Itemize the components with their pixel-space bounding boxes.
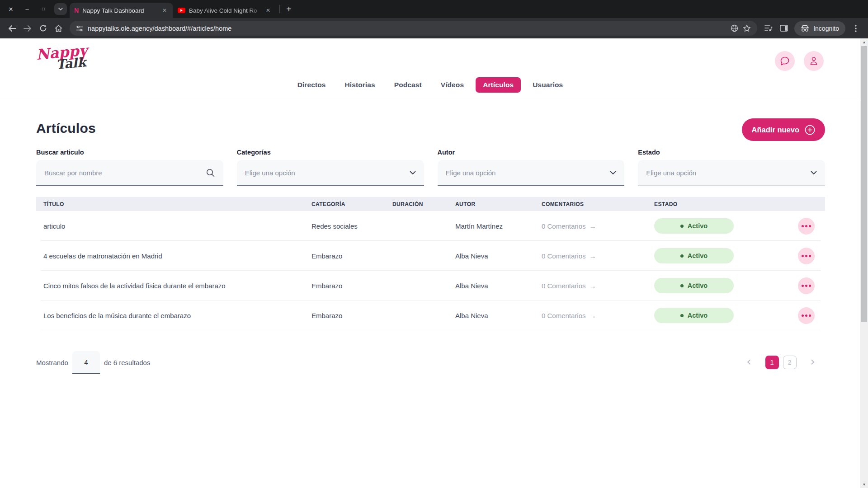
close-icon[interactable]: ✕ <box>264 6 272 14</box>
profile-button[interactable] <box>804 51 824 71</box>
logo-line2: Talk <box>56 55 87 72</box>
cell-categoria: Embarazo <box>304 312 385 319</box>
nav-item-directos[interactable]: Directos <box>290 77 333 93</box>
tab-nappy-talk-dashboard[interactable]: N Nappy Talk Dashboard ✕ <box>70 3 173 18</box>
search-field <box>36 160 223 186</box>
filter-autor: Autor Elige una opción <box>438 149 625 186</box>
status-badge: Activo <box>654 248 734 263</box>
next-page-button[interactable]: › <box>801 356 825 369</box>
home-button[interactable] <box>51 21 66 36</box>
results-label: de 6 resultados <box>104 359 151 366</box>
translate-icon[interactable] <box>731 24 738 32</box>
user-icon <box>809 56 819 66</box>
search-icon[interactable] <box>206 168 215 178</box>
bookmark-star-icon[interactable] <box>743 24 751 32</box>
filter-label: Estado <box>638 149 825 156</box>
row-menu-button[interactable] <box>798 248 815 264</box>
column-header-duracion: DURACIÓN <box>385 201 448 207</box>
column-header-autor: AUTOR <box>448 201 534 207</box>
reload-button[interactable] <box>35 21 51 36</box>
row-menu-button[interactable] <box>798 307 815 324</box>
per-page-selector[interactable]: 4 <box>72 351 100 374</box>
arrow-right-icon: → <box>590 252 596 260</box>
articles-table: TÍTULO CATEGORÍA DURACIÓN AUTOR COMENTAR… <box>36 197 825 330</box>
select-placeholder: Elige una opción <box>646 169 811 177</box>
comments-link[interactable]: 0 Comentarios → <box>534 312 647 319</box>
chevron-down-icon <box>410 171 416 175</box>
arrow-right-icon: → <box>590 282 596 290</box>
comments-link[interactable]: 0 Comentarios → <box>534 252 647 260</box>
search-input[interactable] <box>44 169 206 177</box>
cell-categoria: Redes sociales <box>304 222 385 230</box>
autor-select[interactable]: Elige una opción <box>438 160 625 186</box>
table-row: 4 escuelas de matronatación en Madrid Em… <box>36 241 825 271</box>
main-navigation: Directos Historias Podcast Vídeos Artícu… <box>0 77 860 93</box>
previous-page-button[interactable]: ‹ <box>736 356 761 369</box>
filter-estado: Estado Elige una opción <box>638 149 825 186</box>
nav-item-articulos[interactable]: Artículos <box>476 77 521 93</box>
nav-item-podcast[interactable]: Podcast <box>387 77 429 93</box>
chevron-down-icon <box>811 171 817 175</box>
nappy-talk-favicon: N <box>74 7 79 14</box>
window-close-button[interactable]: ✕ <box>5 4 16 14</box>
home-icon <box>55 25 62 32</box>
nappy-talk-logo[interactable]: Nappy Talk <box>36 44 90 80</box>
status-badge: Activo <box>654 308 734 323</box>
nav-item-videos[interactable]: Vídeos <box>434 77 471 93</box>
tab-search-button[interactable] <box>54 3 67 15</box>
messages-button[interactable] <box>775 51 795 71</box>
page-button-2[interactable]: 2 <box>783 356 797 369</box>
row-menu-button[interactable] <box>798 218 815 235</box>
incognito-badge: Incognito <box>794 21 845 36</box>
comments-link[interactable]: 0 Comentarios → <box>534 222 647 230</box>
nav-item-historias[interactable]: Historias <box>337 77 382 93</box>
vertical-scrollbar[interactable]: ▲ ▼ <box>860 38 868 488</box>
cell-actions <box>787 277 825 294</box>
cell-estado: Activo <box>647 278 787 293</box>
mostrando-label: Mostrando <box>36 359 68 366</box>
categorias-select[interactable]: Elige una opción <box>237 160 424 186</box>
cell-autor: Alba Nieva <box>448 312 534 319</box>
chevron-down-icon <box>58 8 63 10</box>
filter-label: Buscar articulo <box>36 149 223 156</box>
row-menu-button[interactable] <box>798 277 815 294</box>
forward-button[interactable] <box>20 21 35 36</box>
browser-menu-button[interactable] <box>848 21 863 36</box>
nav-item-usuarios[interactable]: Usuarios <box>525 77 570 93</box>
close-icon[interactable]: ✕ <box>160 6 169 14</box>
side-panel-button[interactable] <box>776 21 792 36</box>
add-new-button[interactable]: Añadir nuevo <box>742 118 825 141</box>
estado-select[interactable]: Elige una opción <box>638 160 825 186</box>
scroll-up-arrow-icon[interactable]: ▲ <box>860 38 868 46</box>
back-button[interactable] <box>5 21 20 36</box>
window-minimize-button[interactable]: – <box>22 4 33 14</box>
tab-title: Baby Alive Cold Night Ro <box>189 7 262 14</box>
url-text[interactable]: nappytalks.ole.agency/dashboard/#/articl… <box>88 25 726 32</box>
cell-actions <box>787 218 825 235</box>
status-label: Activo <box>688 222 708 230</box>
cell-estado: Activo <box>647 308 787 323</box>
page-button-1[interactable]: 1 <box>765 356 779 369</box>
scroll-down-arrow-icon[interactable]: ▼ <box>860 481 868 488</box>
cell-actions <box>787 307 825 324</box>
kebab-menu-icon <box>855 25 857 32</box>
status-badge: Activo <box>654 278 734 293</box>
status-badge: Activo <box>654 218 734 234</box>
filter-label: Categorías <box>237 149 424 156</box>
pagination-bar: Mostrando 4 de 6 resultados ‹ 1 2 › <box>36 351 825 374</box>
cell-estado: Activo <box>647 218 787 234</box>
media-playlist-icon <box>764 25 773 32</box>
filter-label: Autor <box>438 149 625 156</box>
scrollbar-thumb[interactable] <box>861 46 867 322</box>
new-tab-button[interactable]: + <box>283 4 295 14</box>
address-bar[interactable]: nappytalks.ole.agency/dashboard/#/articl… <box>70 21 757 36</box>
status-label: Activo <box>688 282 708 289</box>
filter-categorias: Categorías Elige una opción <box>237 149 424 186</box>
tab-baby-alive-video[interactable]: Baby Alive Cold Night Ro ✕ <box>173 3 277 18</box>
comments-link[interactable]: 0 Comentarios → <box>534 282 647 290</box>
column-header-categoria: CATEGORÍA <box>304 201 385 207</box>
status-dot-icon <box>680 314 684 317</box>
media-controls-button[interactable] <box>761 21 776 36</box>
site-settings-icon[interactable] <box>76 25 83 32</box>
window-maximize-button[interactable]: □ <box>38 4 49 14</box>
